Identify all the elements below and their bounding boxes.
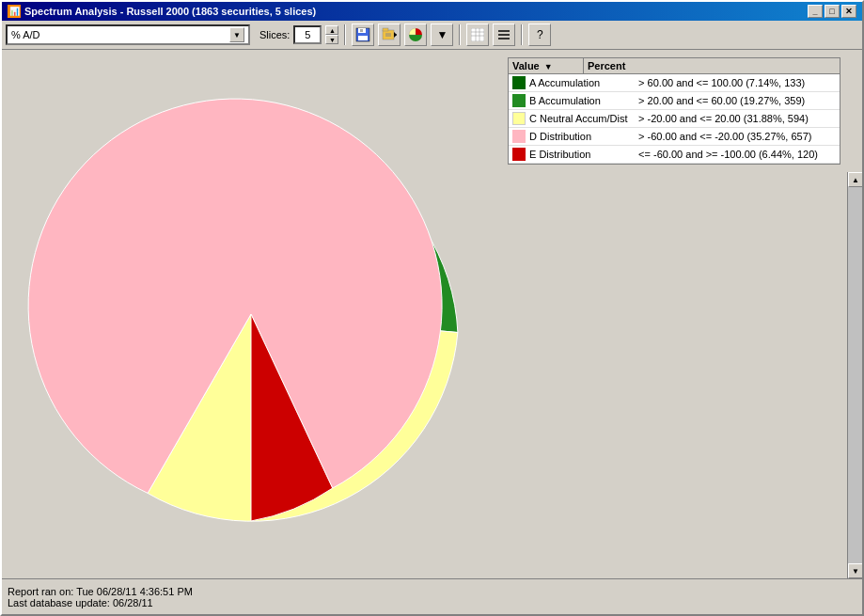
legend-value-b: > 20.00 and <= 60.00 (19.27%, 359) [633,95,840,106]
dropdown-chart-button[interactable]: ▼ [431,24,453,46]
color-swatch-d [512,130,526,143]
dropdown-value: % A/D [11,29,40,40]
color-swatch-a [512,76,526,89]
load-button[interactable] [378,24,401,46]
pie-chart-button[interactable] [404,24,427,46]
title-bar-left: 📊 Spectrum Analysis - Russell 2000 (1863… [8,5,316,18]
separator-1 [344,24,346,45]
title-bar: 📊 Spectrum Analysis - Russell 2000 (1863… [2,2,862,21]
legend-row-a: A Accumulation > 60.00 and <= 100.00 (7.… [509,74,840,92]
legend-label-a: A Accumulation [529,77,633,88]
app-icon: 📊 [8,5,21,18]
slices-spinner[interactable]: ▲ ▼ [325,25,338,44]
save-button[interactable] [352,24,374,46]
content-area: Value ▼ Percent A Accumulation > 60.00 a… [2,50,862,578]
maximize-button[interactable]: □ [825,5,840,18]
scroll-down-button[interactable]: ▼ [848,563,862,578]
chart-area [2,50,500,578]
legend-row-d: D Distribution > -60.00 and <= -20.00 (3… [509,128,840,146]
col-value-header: Value ▼ [509,58,584,73]
dropdown-arrow-icon[interactable]: ▼ [229,27,244,42]
svg-rect-4 [383,30,394,39]
legend-value-a: > 60.00 and <= 100.00 (7.14%, 133) [633,77,840,88]
scroll-up-button[interactable]: ▲ [848,172,862,187]
scroll-track[interactable] [848,187,862,563]
spin-up-button[interactable]: ▲ [325,25,338,35]
list-button[interactable] [493,24,515,46]
grid-button[interactable] [466,24,489,46]
svg-rect-5 [383,28,388,31]
report-ran-text: Report ran on: Tue 06/28/11 4:36:51 PM [8,586,856,597]
slices-input[interactable]: 5 [293,25,322,44]
right-panel: Value ▼ Percent A Accumulation > 60.00 a… [500,50,862,578]
col-percent-header: Percent [584,58,840,73]
legend-row-c: C Neutral Accum/Dist > -20.00 and <= 20.… [509,110,840,128]
toolbar: % A/D ▼ Slices: 5 ▲ ▼ [2,21,862,50]
slices-label: Slices: [259,29,290,40]
pie-chart [25,88,477,540]
separator-3 [521,24,523,45]
color-swatch-c [512,112,526,125]
spin-down-button[interactable]: ▼ [325,35,338,44]
indicator-dropdown[interactable]: % A/D ▼ [6,24,250,45]
svg-marker-9 [394,32,397,38]
svg-rect-10 [471,28,484,41]
window-title: Spectrum Analysis - Russell 2000 (1863 s… [24,6,316,17]
close-button[interactable]: ✕ [841,5,856,18]
legend-row-b: B Accumulation > 20.00 and <= 60.00 (19.… [509,92,840,110]
legend-table: Value ▼ Percent A Accumulation > 60.00 a… [508,57,840,165]
legend-value-c: > -20.00 and <= 20.00 (31.88%, 594) [633,113,840,124]
legend-area: Value ▼ Percent A Accumulation > 60.00 a… [500,50,848,172]
color-swatch-b [512,94,526,107]
minimize-button[interactable]: _ [808,5,823,18]
vertical-scrollbar: ▲ ▼ [847,172,862,578]
legend-row-e: E Distribution <= -60.00 and >= -100.00 … [509,146,840,164]
last-update-text: Last database update: 06/28/11 [8,597,856,608]
legend-value-d: > -60.00 and <= -20.00 (35.27%, 657) [633,131,840,142]
legend-label-b: B Accumulation [529,95,633,106]
main-window: 📊 Spectrum Analysis - Russell 2000 (1863… [0,0,864,616]
status-bar: Report ran on: Tue 06/28/11 4:36:51 PM L… [2,578,862,614]
legend-label-e: E Distribution [529,149,633,160]
color-swatch-e [512,148,526,161]
title-buttons: _ □ ✕ [808,5,856,18]
svg-rect-2 [358,36,368,40]
svg-rect-3 [360,29,363,32]
legend-label-d: D Distribution [529,131,633,142]
help-button[interactable]: ? [528,24,551,46]
separator-2 [459,24,461,45]
sort-icon[interactable]: ▼ [544,62,553,71]
legend-header: Value ▼ Percent [509,58,840,74]
legend-label-c: C Neutral Accum/Dist [529,113,633,124]
legend-value-e: <= -60.00 and >= -100.00 (6.44%, 120) [633,149,840,160]
